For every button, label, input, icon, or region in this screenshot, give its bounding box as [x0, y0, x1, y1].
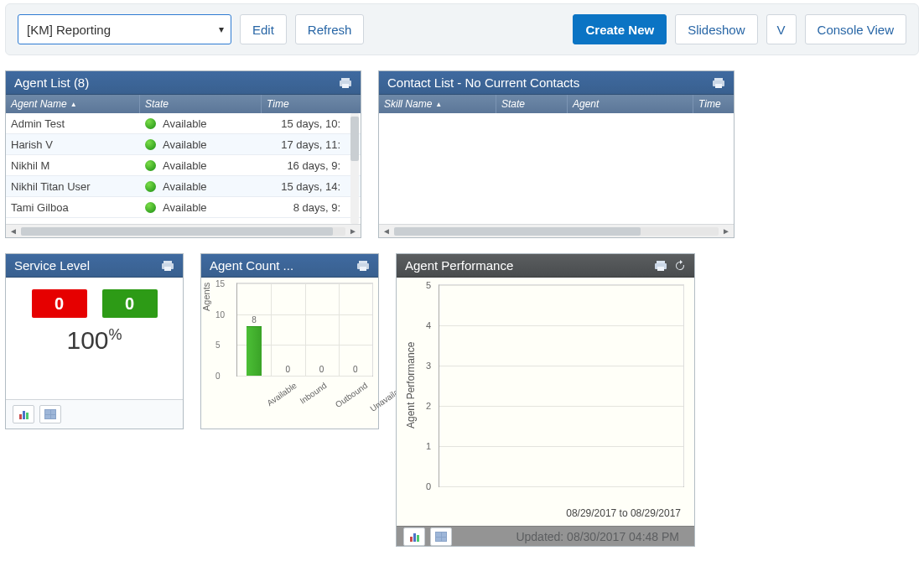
col-state[interactable]: State	[496, 95, 568, 113]
refresh-icon[interactable]	[674, 260, 686, 272]
top-toolbar: [KM] Reporting Edit Refresh Create New S…	[5, 3, 919, 55]
svg-rect-5	[715, 84, 722, 88]
grid-icon	[435, 532, 447, 542]
panel-title: Service Level	[14, 258, 161, 273]
status-available-icon	[145, 202, 156, 213]
slideshow-flag-button[interactable]: V	[766, 14, 797, 44]
agent-list-panel: Agent List (8) Agent Name▲ State Time Ad…	[5, 70, 361, 238]
cell-agent-name: Nikhil Titan User	[6, 176, 140, 196]
contact-list-body	[379, 113, 734, 224]
status-available-icon	[145, 160, 156, 171]
bar-chart-icon	[19, 409, 29, 419]
svg-rect-14	[657, 267, 664, 271]
status-available-icon	[145, 139, 156, 150]
sort-asc-icon: ▲	[435, 101, 442, 108]
cell-state: Available	[140, 197, 262, 217]
cell-time: 15 days, 14:	[262, 176, 354, 196]
horizontal-scrollbar[interactable]: ◄►	[379, 224, 734, 237]
table-row[interactable]: Harish VAvailable17 days, 11:	[6, 134, 361, 155]
print-icon[interactable]	[339, 77, 352, 89]
horizontal-scrollbar[interactable]: ◄►	[6, 224, 361, 237]
col-agent-name[interactable]: Agent Name▲	[6, 95, 140, 113]
table-row[interactable]: Nikhil Titan UserAvailable15 days, 14:	[6, 176, 361, 197]
agent-list-columns: Agent Name▲ State Time	[6, 95, 361, 113]
col-skill-name[interactable]: Skill Name▲	[379, 95, 496, 113]
chart-x-label: Available	[265, 381, 298, 408]
cell-time: 8 days, 9:	[262, 197, 354, 217]
cell-agent-name: Harish V	[6, 134, 140, 154]
svg-rect-11	[360, 267, 366, 271]
cell-agent-name: Admin Test	[6, 113, 140, 133]
chart-x-label: Outbound	[334, 381, 369, 409]
cell-state: Available	[140, 155, 262, 175]
table-view-button[interactable]	[39, 405, 61, 423]
last-updated-label: Updated: 08/30/2017 04:48 PM	[457, 530, 688, 543]
console-view-button[interactable]: Console View	[805, 14, 906, 44]
agent-list-body: Admin TestAvailable15 days, 10:Harish VA…	[6, 113, 361, 224]
status-available-icon	[145, 118, 156, 129]
chart-value-label: 8	[252, 315, 257, 325]
cell-time: 17 days, 11:	[262, 134, 354, 154]
chart-view-button[interactable]	[403, 527, 425, 546]
cell-state: Available	[140, 176, 262, 196]
chart-view-button[interactable]	[13, 405, 34, 423]
panel-title: Contact List - No Current Contacts	[387, 75, 712, 90]
panel-title: Agent Count ...	[210, 258, 356, 273]
contact-list-columns: Skill Name▲ State Agent Time	[379, 95, 734, 113]
contact-list-panel: Contact List - No Current Contacts Skill…	[378, 70, 735, 238]
chart-ylabel: Agent Performance	[405, 342, 417, 429]
vertical-scrollbar[interactable]	[350, 113, 359, 224]
chart-date-range: 08/29/2017 to 08/29/2017	[566, 507, 681, 519]
col-time[interactable]: Time	[693, 95, 734, 113]
svg-rect-2	[342, 84, 349, 88]
sort-asc-icon: ▲	[70, 101, 77, 108]
agent-count-panel: Agent Count ... Agents 0510158Available0…	[200, 253, 379, 429]
grid-icon	[44, 409, 56, 419]
sla-percent: 100%	[18, 326, 171, 355]
cell-time: 15 days, 10:	[262, 113, 354, 133]
print-icon[interactable]	[654, 260, 667, 272]
cell-time: 16 days, 9:	[262, 155, 354, 175]
bar-chart-icon	[410, 532, 419, 542]
agent-performance-chart: Agent Performance 012345 08/29/2017 to 0…	[397, 278, 694, 526]
slideshow-button[interactable]: Slideshow	[675, 14, 757, 44]
table-row[interactable]: Nikhil MAvailable16 days, 9:	[6, 155, 361, 176]
table-row[interactable]: Tami GilboaAvailable8 days, 9:	[6, 197, 361, 218]
chart-bar	[247, 326, 262, 376]
cell-agent-name: Nikhil M	[6, 155, 140, 175]
status-available-icon	[145, 181, 156, 192]
chart-value-label: 0	[353, 365, 358, 374]
sla-met-count: 0	[102, 289, 158, 318]
chart-x-label: Inbound	[298, 381, 329, 406]
cell-state: Available	[140, 134, 262, 154]
svg-rect-8	[164, 267, 171, 271]
dashboard-select-value: [KM] Reporting	[27, 23, 111, 37]
chart-value-label: 0	[286, 365, 291, 374]
chart-value-label: 0	[319, 365, 324, 374]
sla-missed-count: 0	[32, 289, 87, 318]
col-state[interactable]: State	[140, 95, 262, 113]
create-new-button[interactable]: Create New	[573, 14, 667, 44]
table-view-button[interactable]	[430, 527, 452, 546]
edit-button[interactable]: Edit	[240, 14, 287, 44]
chart-ylabel: Agents	[201, 283, 211, 311]
panel-title: Agent List (8)	[14, 75, 339, 90]
print-icon[interactable]	[712, 77, 725, 89]
agent-performance-panel: Agent Performance Agent Performance 0123…	[396, 253, 695, 547]
agent-count-chart: Agents 0510158Available0Inbound0Outbound…	[201, 278, 378, 429]
print-icon[interactable]	[161, 260, 174, 272]
table-row[interactable]: Admin TestAvailable15 days, 10:	[6, 113, 361, 134]
print-icon[interactable]	[356, 260, 370, 272]
dashboard-select[interactable]: [KM] Reporting	[18, 14, 231, 44]
service-level-panel: Service Level 0 0 100%	[5, 253, 184, 429]
panel-title: Agent Performance	[405, 258, 654, 273]
cell-state: Available	[140, 113, 262, 133]
col-agent[interactable]: Agent	[568, 95, 693, 113]
cell-agent-name: Tami Gilboa	[6, 197, 140, 217]
refresh-button[interactable]: Refresh	[295, 14, 365, 44]
col-time[interactable]: Time	[262, 95, 354, 113]
